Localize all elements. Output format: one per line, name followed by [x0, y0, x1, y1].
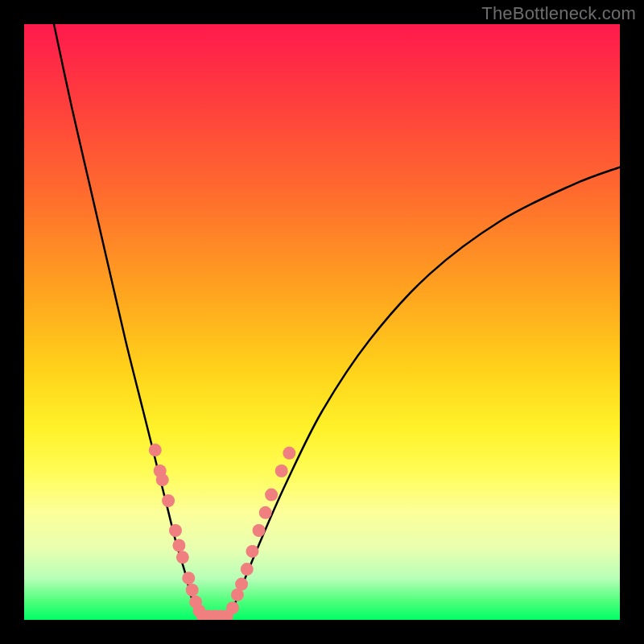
marker-cluster-left-dot [182, 572, 195, 584]
marker-cluster-left-dot [172, 539, 185, 552]
marker-cluster-left-dot [169, 524, 182, 537]
bottleneck-curve-right [227, 167, 620, 620]
marker-cluster-right-dot [246, 545, 258, 558]
marker-cluster-left-dot [162, 494, 175, 507]
bottleneck-curves [54, 24, 620, 620]
marker-cluster-left-dot [156, 473, 169, 486]
marker-cluster-right-dot [253, 524, 266, 537]
marker-cluster-right-dot [235, 578, 248, 591]
plot-area [24, 24, 620, 620]
marker-cluster-right-dot [259, 506, 272, 519]
marker-cluster-right-dot [226, 601, 239, 614]
curve-layer [24, 24, 620, 620]
marker-cluster-right-dot [283, 447, 295, 460]
marker-dots [149, 444, 295, 620]
marker-cluster-left-dot [149, 444, 162, 456]
watermark-text: TheBottleneck.com [481, 3, 636, 24]
marker-cluster-right-dot [275, 464, 288, 477]
chart-frame: TheBottleneck.com [0, 0, 644, 644]
marker-cluster-right-dot [241, 563, 254, 576]
marker-cluster-left-dot [176, 551, 189, 564]
marker-cluster-right-dot [265, 489, 278, 502]
marker-cluster-left-dot [186, 584, 199, 597]
